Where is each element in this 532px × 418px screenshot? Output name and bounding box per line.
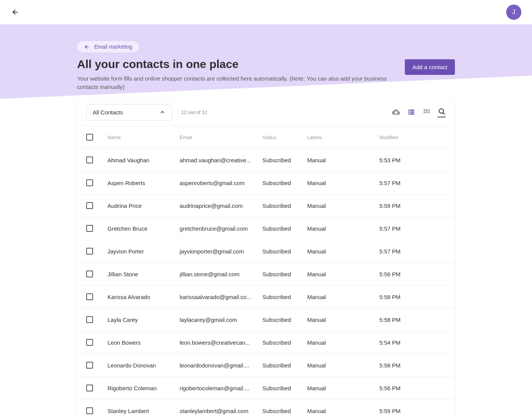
cell-email: laylacarey@gmail.com — [180, 317, 262, 323]
row-checkbox[interactable] — [86, 316, 93, 323]
card-toolbar: All Contacts 12 out of 12 — [77, 99, 455, 126]
contacts-card: All Contacts 12 out of 12 — [77, 99, 455, 418]
cell-name: Stanley Lambert — [107, 408, 180, 414]
arrow-left-icon — [84, 44, 90, 50]
cell-status: Subscribed — [262, 157, 307, 163]
cell-labels: Manual — [307, 203, 379, 209]
cell-labels: Manual — [307, 180, 379, 186]
cell-modified: 5:58 PM — [379, 317, 446, 323]
cell-status: Subscribed — [262, 271, 307, 277]
cell-status: Subscribed — [262, 248, 307, 255]
row-checkbox[interactable] — [86, 407, 93, 414]
filter-select[interactable]: All Contacts — [86, 104, 172, 120]
cell-name: Aspen Roberts — [107, 180, 180, 186]
back-button[interactable] — [11, 8, 20, 17]
cell-email: leon.bowers@creativecan... — [180, 339, 262, 346]
table-row[interactable]: Stanley Lambertstanleylambert@gmail.comS… — [77, 400, 455, 418]
col-modified: Modified — [379, 135, 446, 140]
svg-rect-9 — [426, 109, 427, 111]
row-checkbox[interactable] — [86, 202, 93, 209]
cell-labels: Manual — [307, 408, 379, 414]
cell-labels: Manual — [307, 271, 379, 277]
grid-icon — [423, 108, 430, 116]
cell-modified: 5:59 PM — [379, 203, 446, 209]
svg-rect-12 — [426, 111, 427, 113]
svg-rect-2 — [409, 109, 410, 111]
chevron-up-icon — [159, 109, 166, 115]
cell-modified: 5:56 PM — [379, 271, 446, 277]
svg-rect-5 — [410, 111, 414, 112]
table-row[interactable]: Ahmad Vaughanahmad.vaughan@creative...Su… — [77, 149, 455, 172]
table-row[interactable]: Gretchen Brucegretchenbruce@gmail.comSub… — [77, 217, 455, 240]
count-text: 12 out of 12 — [181, 109, 207, 115]
cell-name: Rigoberto Coleman — [107, 385, 180, 391]
cell-labels: Manual — [307, 385, 379, 391]
grid-view-button[interactable] — [422, 108, 431, 116]
cell-status: Subscribed — [262, 317, 307, 323]
cell-email: aspenroberts@gmail.com — [180, 180, 262, 186]
row-checkbox[interactable] — [86, 225, 93, 232]
page-title: All your contacts in one place — [77, 58, 388, 71]
cell-labels: Manual — [307, 339, 379, 346]
list-view-button[interactable] — [407, 108, 415, 116]
cell-email: karissaalvarado@gmail.co... — [180, 294, 262, 300]
row-checkbox[interactable] — [86, 157, 93, 163]
table-row[interactable]: Jayvion Porterjayvionporter@gmail.comSub… — [77, 240, 455, 263]
select-all-checkbox[interactable] — [86, 134, 93, 141]
cell-labels: Manual — [307, 225, 379, 232]
cell-labels: Manual — [307, 157, 379, 163]
breadcrumb[interactable]: Email marketing — [77, 41, 139, 52]
table-row[interactable]: Rigoberto Colemanrigobertocoleman@gmail.… — [77, 377, 455, 400]
table-row[interactable]: Jillian Stonejillian.stone@gmail.comSubs… — [77, 263, 455, 286]
table-row[interactable]: Layla Careylaylacarey@gmail.comSubscribe… — [77, 309, 455, 331]
row-checkbox[interactable] — [86, 293, 93, 300]
cloud-download-icon — [392, 108, 400, 116]
breadcrumb-label: Email marketing — [94, 44, 132, 50]
download-button[interactable] — [392, 108, 400, 116]
table-row[interactable]: Karissa Alvaradokarissaalvarado@gmail.co… — [77, 286, 455, 309]
cell-modified: 5:56 PM — [379, 385, 446, 391]
col-email: Email — [180, 135, 262, 140]
row-checkbox[interactable] — [86, 248, 93, 255]
cell-labels: Manual — [307, 248, 379, 255]
row-checkbox[interactable] — [86, 339, 93, 346]
row-checkbox[interactable] — [86, 385, 93, 391]
table-body: Ahmad Vaughanahmad.vaughan@creative...Su… — [77, 149, 455, 418]
row-checkbox[interactable] — [86, 362, 93, 369]
arrow-left-icon — [11, 8, 19, 16]
svg-rect-6 — [409, 113, 410, 114]
table-row[interactable]: Leon Bowersleon.bowers@creativecan...Sub… — [77, 331, 455, 354]
cell-status: Subscribed — [262, 180, 307, 186]
cell-email: jillian.stone@gmail.com — [180, 271, 262, 277]
add-contact-button[interactable]: Add a contact — [405, 59, 455, 75]
cell-email: stanleylambert@gmail.com — [180, 408, 262, 414]
cell-email: ahmad.vaughan@creative... — [180, 157, 262, 163]
cell-status: Subscribed — [262, 362, 307, 369]
svg-rect-11 — [424, 111, 425, 113]
cell-name: Ahmad Vaughan — [107, 157, 180, 163]
cell-name: Jayvion Porter — [107, 248, 180, 255]
table-row[interactable]: Leonardo Donovanleonardodonovan@gmail...… — [77, 354, 455, 377]
table-row[interactable]: Aspen Robertsaspenroberts@gmail.comSubsc… — [77, 172, 455, 195]
avatar-initial: J — [512, 9, 515, 16]
cell-modified: 5:58 PM — [379, 362, 446, 369]
cell-name: Layla Carey — [107, 317, 180, 323]
cell-email: gretchenbruce@gmail.com — [180, 225, 262, 232]
avatar[interactable]: J — [506, 5, 521, 20]
filter-label: All Contacts — [93, 109, 123, 116]
cell-modified: 5:58 PM — [379, 294, 446, 300]
table-row[interactable]: Audrina Priceaudrinaprice@gmail.comSubsc… — [77, 195, 455, 217]
row-checkbox[interactable] — [86, 271, 93, 277]
search-button[interactable] — [437, 107, 446, 116]
cell-modified: 5:57 PM — [379, 180, 446, 186]
cell-status: Subscribed — [262, 294, 307, 300]
row-checkbox[interactable] — [86, 179, 93, 186]
cell-status: Subscribed — [262, 408, 307, 414]
cell-labels: Manual — [307, 362, 379, 369]
col-status: Status — [262, 135, 307, 140]
cell-name: Karissa Alvarado — [107, 294, 180, 300]
cell-status: Subscribed — [262, 339, 307, 346]
list-icon — [407, 108, 415, 116]
col-labels: Labels — [307, 135, 379, 140]
cell-status: Subscribed — [262, 225, 307, 232]
